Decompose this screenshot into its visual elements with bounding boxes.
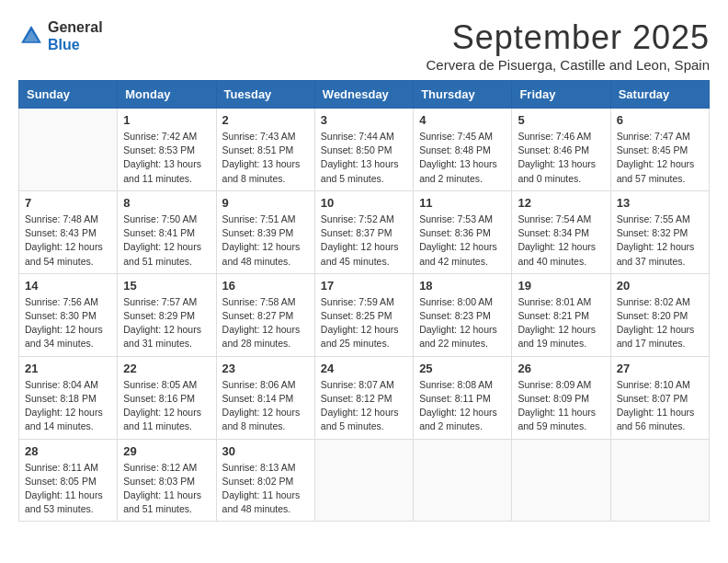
header-saturday: Saturday xyxy=(610,81,709,109)
day-info: Sunrise: 7:59 AMSunset: 8:25 PMDaylight:… xyxy=(321,295,407,351)
day-number: 18 xyxy=(419,279,506,293)
day-info: Sunrise: 7:57 AMSunset: 8:29 PMDaylight:… xyxy=(123,295,210,351)
calendar-cell: 15Sunrise: 7:57 AMSunset: 8:29 PMDayligh… xyxy=(118,273,216,356)
calendar-week-row: 21Sunrise: 8:04 AMSunset: 8:18 PMDayligh… xyxy=(19,356,710,439)
calendar-cell: 22Sunrise: 8:05 AMSunset: 8:16 PMDayligh… xyxy=(118,356,216,439)
day-number: 21 xyxy=(25,362,111,375)
day-info: Sunrise: 7:54 AMSunset: 8:34 PMDaylight:… xyxy=(518,213,604,269)
calendar-week-row: 1Sunrise: 7:42 AMSunset: 8:53 PMDaylight… xyxy=(19,109,710,191)
day-number: 5 xyxy=(518,113,604,127)
day-number: 15 xyxy=(123,279,210,293)
header-wednesday: Wednesday xyxy=(314,81,413,109)
calendar-cell xyxy=(314,439,413,522)
calendar-cell: 23Sunrise: 8:06 AMSunset: 8:14 PMDayligh… xyxy=(216,356,314,439)
day-number: 22 xyxy=(123,362,210,375)
location-subtitle: Cervera de Pisuerga, Castille and Leon, … xyxy=(426,57,710,73)
day-info: Sunrise: 7:47 AMSunset: 8:45 PMDaylight:… xyxy=(617,130,703,186)
day-info: Sunrise: 8:08 AMSunset: 8:11 PMDaylight:… xyxy=(419,378,506,434)
calendar-cell: 6Sunrise: 7:47 AMSunset: 8:45 PMDaylight… xyxy=(610,109,709,191)
day-number: 24 xyxy=(321,362,407,375)
calendar-cell: 7Sunrise: 7:48 AMSunset: 8:43 PMDaylight… xyxy=(19,190,118,273)
logo-blue-label: Blue xyxy=(48,36,103,53)
day-info: Sunrise: 7:50 AMSunset: 8:41 PMDaylight:… xyxy=(123,213,210,269)
calendar-cell: 5Sunrise: 7:46 AMSunset: 8:46 PMDaylight… xyxy=(512,109,610,191)
day-number: 1 xyxy=(123,113,210,127)
logo-icon xyxy=(18,23,44,49)
header-thursday: Thursday xyxy=(414,81,512,109)
calendar-cell: 14Sunrise: 7:56 AMSunset: 8:30 PMDayligh… xyxy=(19,273,118,356)
calendar-cell: 29Sunrise: 8:12 AMSunset: 8:03 PMDayligh… xyxy=(118,439,216,522)
day-info: Sunrise: 8:05 AMSunset: 8:16 PMDaylight:… xyxy=(123,378,210,434)
calendar-week-row: 14Sunrise: 7:56 AMSunset: 8:30 PMDayligh… xyxy=(19,273,710,356)
day-info: Sunrise: 7:43 AMSunset: 8:51 PMDaylight:… xyxy=(222,130,309,186)
calendar-week-row: 28Sunrise: 8:11 AMSunset: 8:05 PMDayligh… xyxy=(19,439,710,522)
calendar-header-row: SundayMondayTuesdayWednesdayThursdayFrid… xyxy=(19,81,710,109)
calendar-cell: 27Sunrise: 8:10 AMSunset: 8:07 PMDayligh… xyxy=(610,356,709,439)
calendar-cell: 24Sunrise: 8:07 AMSunset: 8:12 PMDayligh… xyxy=(314,356,413,439)
calendar-cell: 28Sunrise: 8:11 AMSunset: 8:05 PMDayligh… xyxy=(19,439,118,522)
day-info: Sunrise: 8:11 AMSunset: 8:05 PMDaylight:… xyxy=(25,461,111,517)
logo-text: General Blue xyxy=(48,18,103,53)
month-title: September 2025 xyxy=(426,18,710,57)
header-tuesday: Tuesday xyxy=(216,81,314,109)
calendar-cell: 21Sunrise: 8:04 AMSunset: 8:18 PMDayligh… xyxy=(19,356,118,439)
logo: General Blue xyxy=(18,18,103,53)
calendar-cell: 25Sunrise: 8:08 AMSunset: 8:11 PMDayligh… xyxy=(414,356,512,439)
day-info: Sunrise: 7:56 AMSunset: 8:30 PMDaylight:… xyxy=(25,295,111,351)
calendar-cell: 2Sunrise: 7:43 AMSunset: 8:51 PMDaylight… xyxy=(216,109,314,191)
calendar-cell: 1Sunrise: 7:42 AMSunset: 8:53 PMDaylight… xyxy=(118,109,216,191)
day-number: 20 xyxy=(617,279,703,293)
day-number: 11 xyxy=(419,196,506,210)
calendar-cell: 16Sunrise: 7:58 AMSunset: 8:27 PMDayligh… xyxy=(216,273,314,356)
page-header: General Blue September 2025 Cervera de P… xyxy=(18,18,710,73)
calendar-cell: 20Sunrise: 8:02 AMSunset: 8:20 PMDayligh… xyxy=(610,273,709,356)
day-info: Sunrise: 8:01 AMSunset: 8:21 PMDaylight:… xyxy=(518,295,604,351)
day-number: 16 xyxy=(222,279,309,293)
calendar-cell xyxy=(512,439,610,522)
day-info: Sunrise: 7:55 AMSunset: 8:32 PMDaylight:… xyxy=(617,213,703,269)
day-number: 28 xyxy=(25,444,111,458)
calendar-cell: 12Sunrise: 7:54 AMSunset: 8:34 PMDayligh… xyxy=(512,190,610,273)
day-info: Sunrise: 8:06 AMSunset: 8:14 PMDaylight:… xyxy=(222,378,309,434)
day-info: Sunrise: 7:52 AMSunset: 8:37 PMDaylight:… xyxy=(321,213,407,269)
day-number: 25 xyxy=(419,362,506,375)
calendar-table: SundayMondayTuesdayWednesdayThursdayFrid… xyxy=(18,80,710,522)
calendar-cell xyxy=(414,439,512,522)
day-info: Sunrise: 8:09 AMSunset: 8:09 PMDaylight:… xyxy=(518,378,604,434)
calendar-cell: 18Sunrise: 8:00 AMSunset: 8:23 PMDayligh… xyxy=(414,273,512,356)
day-number: 29 xyxy=(123,444,210,458)
calendar-week-row: 7Sunrise: 7:48 AMSunset: 8:43 PMDaylight… xyxy=(19,190,710,273)
calendar-cell: 26Sunrise: 8:09 AMSunset: 8:09 PMDayligh… xyxy=(512,356,610,439)
calendar-cell: 17Sunrise: 7:59 AMSunset: 8:25 PMDayligh… xyxy=(314,273,413,356)
calendar-cell: 4Sunrise: 7:45 AMSunset: 8:48 PMDaylight… xyxy=(414,109,512,191)
day-info: Sunrise: 8:10 AMSunset: 8:07 PMDaylight:… xyxy=(617,378,703,434)
calendar-cell: 9Sunrise: 7:51 AMSunset: 8:39 PMDaylight… xyxy=(216,190,314,273)
calendar-cell: 30Sunrise: 8:13 AMSunset: 8:02 PMDayligh… xyxy=(216,439,314,522)
day-info: Sunrise: 8:02 AMSunset: 8:20 PMDaylight:… xyxy=(617,295,703,351)
day-number: 4 xyxy=(419,113,506,127)
day-info: Sunrise: 8:12 AMSunset: 8:03 PMDaylight:… xyxy=(123,461,210,517)
day-number: 26 xyxy=(518,362,604,375)
day-number: 3 xyxy=(321,113,407,127)
header-sunday: Sunday xyxy=(19,81,118,109)
day-info: Sunrise: 8:04 AMSunset: 8:18 PMDaylight:… xyxy=(25,378,111,434)
logo-general-label: General xyxy=(48,18,103,36)
calendar-cell xyxy=(610,439,709,522)
day-info: Sunrise: 7:51 AMSunset: 8:39 PMDaylight:… xyxy=(222,213,309,269)
day-number: 12 xyxy=(518,196,604,210)
calendar-cell: 13Sunrise: 7:55 AMSunset: 8:32 PMDayligh… xyxy=(610,190,709,273)
calendar-cell: 8Sunrise: 7:50 AMSunset: 8:41 PMDaylight… xyxy=(118,190,216,273)
day-number: 2 xyxy=(222,113,309,127)
day-number: 27 xyxy=(617,362,703,375)
day-number: 14 xyxy=(25,279,111,293)
day-number: 23 xyxy=(222,362,309,375)
day-number: 17 xyxy=(321,279,407,293)
day-info: Sunrise: 7:58 AMSunset: 8:27 PMDaylight:… xyxy=(222,295,309,351)
header-monday: Monday xyxy=(118,81,216,109)
day-number: 10 xyxy=(321,196,407,210)
day-number: 19 xyxy=(518,279,604,293)
day-info: Sunrise: 7:44 AMSunset: 8:50 PMDaylight:… xyxy=(321,130,407,186)
calendar-cell xyxy=(19,109,118,191)
header-friday: Friday xyxy=(512,81,610,109)
calendar-cell: 3Sunrise: 7:44 AMSunset: 8:50 PMDaylight… xyxy=(314,109,413,191)
